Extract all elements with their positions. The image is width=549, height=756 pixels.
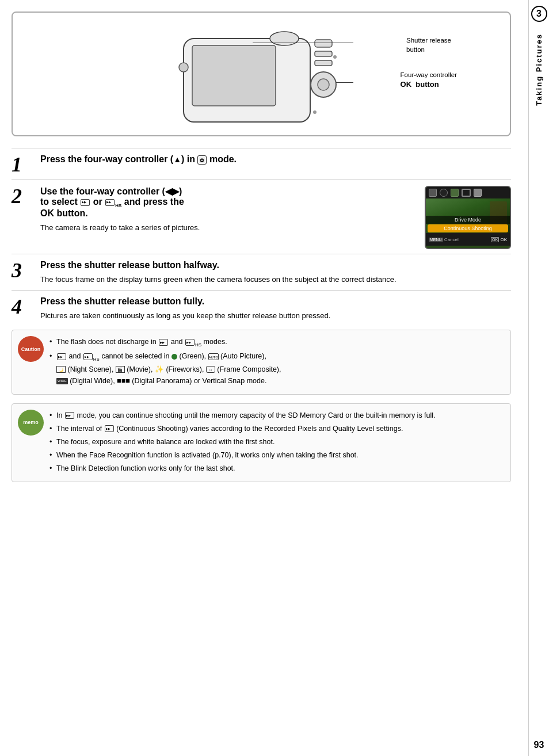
camera-ui-scene: Drive Mode Continuous Shooting bbox=[426, 198, 510, 233]
drive-mode-label: Drive Mode bbox=[426, 216, 510, 224]
page-number: 93 bbox=[529, 740, 549, 750]
camera-diagram-box: Shutter release button Four-way controll… bbox=[12, 12, 511, 136]
fourway-line bbox=[336, 82, 353, 83]
caution-box: Caution The flash does not discharge in … bbox=[12, 330, 511, 395]
camera-ui-bottom: MENU Cancel OK OK bbox=[426, 233, 510, 246]
step-4: 4 Press the shutter release button fully… bbox=[12, 290, 511, 322]
svg-point-9 bbox=[313, 110, 317, 114]
step-2-title: Use the four-way controller (◀▶) to sele… bbox=[40, 186, 416, 219]
icon-memo-interval bbox=[105, 425, 114, 432]
ui-icon-5 bbox=[474, 189, 482, 197]
icon-movie: 🎬 bbox=[116, 366, 125, 373]
side-tab: 3 Taking Pictures 93 bbox=[528, 0, 549, 756]
icon-flash-1 bbox=[159, 339, 168, 346]
ui-icon-3 bbox=[451, 189, 459, 197]
memo-content: In mode, you can continue shooting until… bbox=[49, 410, 436, 476]
shutter-line2 bbox=[253, 43, 336, 43]
step-2-content: Use the four-way controller (◀▶) to sele… bbox=[40, 186, 511, 249]
caution-item-1: The flash does not discharge in and HS m… bbox=[49, 336, 281, 349]
icon-frame: ☐ bbox=[206, 366, 215, 373]
svg-rect-5 bbox=[315, 51, 332, 56]
step-2-text: Use the four-way controller (◀▶) to sele… bbox=[40, 186, 416, 234]
icon-flash-2 bbox=[185, 339, 195, 346]
memo-item-5: The Blink Detection function works only … bbox=[49, 463, 436, 474]
shutter-label: Shutter release button bbox=[406, 36, 451, 54]
step-4-content: Press the shutter release button fully. … bbox=[40, 296, 511, 322]
step-3-number: 3 bbox=[12, 260, 40, 281]
ui-icon-1 bbox=[429, 189, 437, 197]
camera-diagram: Shutter release button Four-way controll… bbox=[21, 21, 501, 127]
memo-icon: memo bbox=[18, 410, 44, 436]
icon-panorama: ■■■ bbox=[117, 377, 130, 385]
ui-icon-4 bbox=[462, 189, 471, 197]
chapter-title: Taking Pictures bbox=[535, 33, 543, 106]
camera-ui-screenshot: Drive Mode Continuous Shooting MENU Canc… bbox=[425, 186, 511, 249]
icon-green bbox=[171, 354, 177, 360]
svg-point-3 bbox=[179, 63, 188, 72]
memo-item-3: The focus, exposure and white balance ar… bbox=[49, 436, 436, 448]
ok-ok-label: OK OK bbox=[491, 237, 507, 242]
step-1: 1 Press the four-way controller (▲) in ✿… bbox=[12, 148, 511, 175]
menu-cancel-label: MENU Cancel bbox=[429, 237, 459, 242]
step-2-with-image: Use the four-way controller (◀▶) to sele… bbox=[40, 186, 511, 249]
fourway-label: Four-way controller OK button bbox=[401, 70, 457, 90]
caution-item-2: and HS cannot be selected in (Green), AU… bbox=[49, 350, 281, 386]
step-3-title: Press the shutter release button halfway… bbox=[40, 260, 511, 270]
shutter-line bbox=[336, 43, 353, 43]
icon-fireworks: ✨ bbox=[155, 365, 164, 373]
ui-icon-2 bbox=[440, 189, 448, 197]
step-3: 3 Press the shutter release button halfw… bbox=[12, 254, 511, 285]
icon-cont bbox=[81, 199, 90, 206]
step-4-title: Press the shutter release button fully. bbox=[40, 296, 511, 307]
camera-svg bbox=[172, 21, 350, 125]
icon-cont-hs bbox=[105, 199, 115, 206]
svg-rect-1 bbox=[192, 45, 276, 106]
step-4-number: 4 bbox=[12, 296, 40, 317]
svg-point-10 bbox=[333, 55, 337, 59]
step-2-number: 2 bbox=[12, 186, 40, 207]
camera-ui-topbar bbox=[426, 187, 510, 198]
step-3-content: Press the shutter release button halfway… bbox=[40, 260, 511, 285]
step-4-body: Pictures are taken continuously as long … bbox=[40, 310, 511, 322]
memo-item-4: When the Face Recognition function is ac… bbox=[49, 449, 436, 461]
memo-item-2: The interval of (Continuous Shooting) va… bbox=[49, 423, 436, 434]
step-1-number: 1 bbox=[12, 154, 40, 175]
step-1-title: Press the four-way controller (▲) in ✿ m… bbox=[40, 154, 511, 165]
icon-cont-2a bbox=[57, 353, 66, 360]
icon-cont-2b bbox=[83, 353, 93, 360]
caution-content: The flash does not discharge in and HS m… bbox=[49, 336, 281, 388]
step-1-content: Press the four-way controller (▲) in ✿ m… bbox=[40, 154, 511, 168]
svg-point-8 bbox=[318, 79, 329, 90]
svg-rect-4 bbox=[315, 40, 332, 47]
step-2: 2 Use the four-way controller (◀▶) to se… bbox=[12, 180, 511, 249]
camera-ui-overlay: Drive Mode Continuous Shooting bbox=[426, 216, 510, 233]
caution-icon: Caution bbox=[18, 336, 44, 362]
svg-point-2 bbox=[270, 32, 299, 45]
chapter-number: 3 bbox=[531, 6, 547, 22]
continuous-label: Continuous Shooting bbox=[428, 224, 508, 232]
icon-auto: AUTO bbox=[208, 353, 219, 360]
icon-memo-cont bbox=[65, 412, 74, 419]
memo-box: memo In mode, you can continue shooting … bbox=[12, 403, 511, 482]
svg-rect-6 bbox=[315, 60, 332, 66]
step-3-body: The focus frame on the display turns gre… bbox=[40, 274, 511, 285]
memo-item-1: In mode, you can continue shooting until… bbox=[49, 410, 436, 421]
step-2-body: The camera is ready to take a series of … bbox=[40, 222, 416, 234]
icon-night: 🌙 bbox=[56, 366, 66, 373]
icon-wide: WIDE bbox=[56, 378, 68, 385]
